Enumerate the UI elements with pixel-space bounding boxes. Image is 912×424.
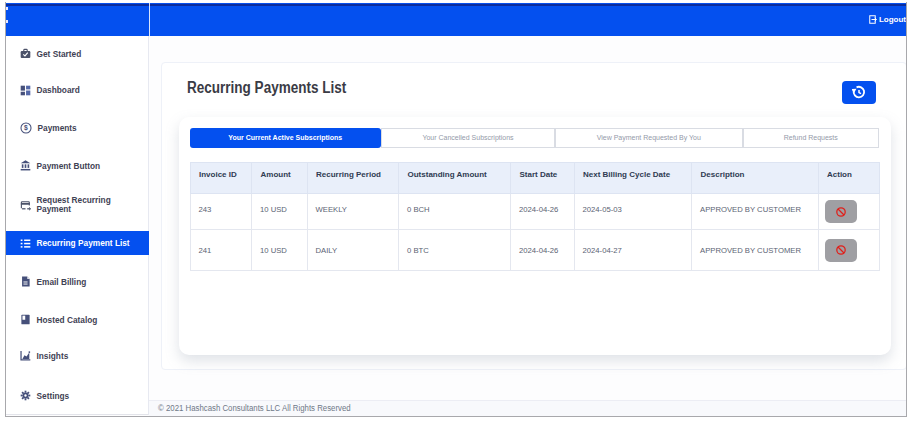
svg-text:$: $ bbox=[24, 124, 28, 132]
